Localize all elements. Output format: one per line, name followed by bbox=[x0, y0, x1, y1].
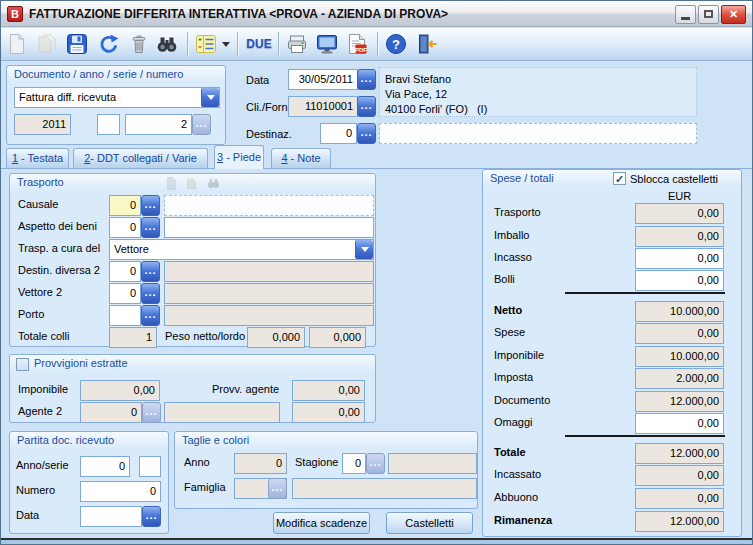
provvigioni-checkbox[interactable] bbox=[16, 358, 29, 371]
bolli-amount-field[interactable]: 0,00 bbox=[635, 270, 724, 291]
porto-field[interactable] bbox=[109, 305, 141, 326]
columns-settings-icon[interactable] bbox=[194, 32, 218, 56]
modifica-scadenze-button[interactable]: Modifica scadenze bbox=[273, 512, 370, 534]
aspetto-description-field[interactable] bbox=[164, 217, 374, 238]
help-icon[interactable]: ? bbox=[384, 32, 408, 56]
due-scadenze-icon[interactable]: DUE bbox=[244, 32, 274, 56]
spese-row-label: Omaggi bbox=[494, 416, 533, 428]
trasporto-group-title: Trasporto bbox=[17, 176, 64, 188]
sblocca-castelletti-checkbox[interactable] bbox=[613, 172, 626, 185]
spese-row-label: Imballo bbox=[494, 229, 529, 241]
window-frame-bottom bbox=[1, 540, 752, 545]
print-preview-icon[interactable] bbox=[315, 32, 339, 56]
agente2-field: 0 bbox=[80, 402, 142, 423]
export-pdf-icon[interactable]: PDF bbox=[345, 32, 369, 56]
document-number-browse-button[interactable] bbox=[192, 114, 211, 135]
porto-browse-button[interactable] bbox=[141, 305, 160, 326]
document-number-field[interactable]: 2 bbox=[125, 114, 192, 135]
partita-data-browse-button[interactable] bbox=[142, 506, 161, 527]
imponibile-amount-field: 10.000,00 bbox=[635, 346, 724, 367]
destin2-field[interactable]: 0 bbox=[109, 261, 141, 282]
chevron-down-icon[interactable] bbox=[201, 88, 219, 107]
agente2-browse-button[interactable] bbox=[142, 402, 161, 423]
date-field[interactable]: 30/05/2011 bbox=[288, 69, 358, 90]
title-bar: B FATTURAZIONE DIFFERITA INTERATTIVA <PR… bbox=[1, 1, 752, 27]
chevron-down-icon[interactable] bbox=[355, 240, 373, 259]
destination-field[interactable]: 0 bbox=[320, 123, 357, 144]
stagione-browse-button[interactable] bbox=[366, 453, 385, 474]
omaggi-amount-field[interactable]: 0,00 bbox=[635, 413, 724, 434]
close-button[interactable]: ✕ bbox=[721, 5, 746, 24]
customer-info-box: Bravi Stefano Via Pace, 12 40100 Forli' … bbox=[379, 67, 697, 117]
famiglia-browse-button[interactable] bbox=[268, 478, 287, 499]
provv-agente-label: Provv. agente bbox=[212, 383, 279, 395]
aspetto-browse-button[interactable] bbox=[141, 217, 160, 238]
causale-browse-button[interactable] bbox=[141, 195, 160, 216]
toolbar-separator bbox=[278, 32, 279, 56]
totale-colli-field: 1 bbox=[109, 327, 157, 348]
client-browse-button[interactable] bbox=[357, 96, 376, 117]
columns-dropdown-icon[interactable] bbox=[222, 42, 230, 47]
maximize-button[interactable] bbox=[698, 5, 719, 24]
destination-label: Destinaz. bbox=[246, 128, 292, 140]
agente2-description-field bbox=[164, 402, 280, 423]
aspetto-field[interactable]: 0 bbox=[109, 217, 141, 238]
undo-icon[interactable] bbox=[97, 32, 121, 56]
date-browse-button[interactable] bbox=[357, 69, 376, 90]
famiglia-label: Famiglia bbox=[184, 481, 226, 493]
castelletti-button[interactable]: Castelletti bbox=[386, 512, 473, 534]
client-label: Cli./Forn. bbox=[246, 101, 291, 113]
open-document-icon[interactable] bbox=[35, 32, 59, 56]
partita-anno-field[interactable]: 0 bbox=[80, 456, 130, 477]
trasporto-cura-label: Trasp. a cura del bbox=[18, 242, 100, 254]
vettore2-field[interactable]: 0 bbox=[109, 283, 141, 304]
document-series-field[interactable] bbox=[97, 114, 120, 135]
app-icon: B bbox=[7, 6, 23, 22]
tab-ddt-collegati[interactable]: 2- DDT collegati / Varie bbox=[73, 148, 208, 168]
customer-city: 40100 Forli' (FO) (I) bbox=[385, 100, 487, 117]
document-group-title: Documento / anno / serie / numero bbox=[14, 68, 183, 80]
partita-group-title: Partita doc. ricevuto bbox=[17, 434, 114, 446]
trasporto-cura-select[interactable]: Vettore bbox=[109, 239, 374, 260]
faded-page-icon bbox=[164, 176, 179, 191]
imballo-amount-field: 0,00 bbox=[635, 226, 724, 247]
causale-label: Causale bbox=[18, 198, 58, 210]
causale-field[interactable]: 0 bbox=[109, 195, 141, 216]
print-icon[interactable] bbox=[285, 32, 309, 56]
client-field: 11010001 bbox=[288, 96, 358, 117]
document-type-select[interactable]: Fattura diff. ricevuta bbox=[14, 87, 220, 108]
provvigioni-group-title: Provvigioni estratte bbox=[34, 357, 128, 369]
maximize-icon bbox=[704, 10, 713, 18]
vettore2-browse-button[interactable] bbox=[141, 283, 160, 304]
taglie-anno-label: Anno bbox=[184, 456, 210, 468]
spese-row-label: Netto bbox=[494, 304, 522, 316]
stagione-description-field bbox=[388, 453, 477, 474]
destin2-label: Destin. diversa 2 bbox=[18, 264, 100, 276]
new-document-icon[interactable] bbox=[5, 32, 29, 56]
search-icon[interactable] bbox=[155, 32, 179, 56]
tab-piede[interactable]: 3 - Piede bbox=[214, 145, 264, 169]
famiglia-description-field bbox=[292, 478, 477, 499]
tab-note[interactable]: 4 - Note bbox=[271, 148, 331, 168]
agente2-label: Agente 2 bbox=[18, 405, 62, 417]
incasso-amount-field[interactable]: 0,00 bbox=[635, 248, 724, 269]
delete-icon[interactable] bbox=[127, 32, 151, 56]
spese-row-label: Bolli bbox=[494, 273, 515, 285]
tab-testata[interactable]: 1 - Testata bbox=[6, 148, 69, 168]
destination-browse-button[interactable] bbox=[357, 123, 376, 144]
destin2-description-field bbox=[164, 261, 374, 282]
porto-description-field bbox=[164, 305, 374, 326]
partita-anno-label: Anno/serie bbox=[16, 459, 69, 471]
partita-numero-label: Numero bbox=[16, 484, 55, 496]
destin2-browse-button[interactable] bbox=[141, 261, 160, 282]
partita-data-field[interactable] bbox=[80, 506, 142, 527]
save-icon[interactable] bbox=[65, 32, 89, 56]
faded-copy-icon bbox=[185, 176, 200, 191]
partita-numero-field[interactable]: 0 bbox=[80, 481, 161, 502]
stagione-field[interactable]: 0 bbox=[342, 453, 366, 474]
exit-icon[interactable] bbox=[415, 32, 439, 56]
faded-toolbar-overlay bbox=[164, 176, 221, 191]
peso-netto-field: 0,000 bbox=[247, 327, 305, 348]
minimize-button[interactable] bbox=[675, 5, 696, 24]
partita-serie-field[interactable] bbox=[139, 456, 161, 477]
